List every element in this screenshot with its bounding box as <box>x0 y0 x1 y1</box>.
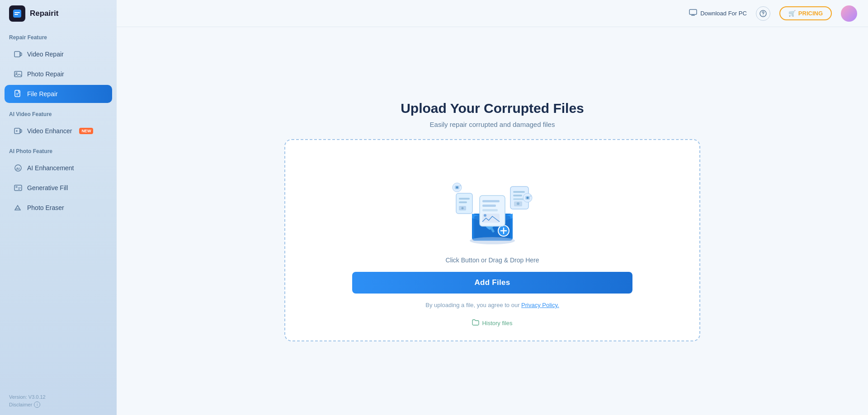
photo-repair-icon <box>14 70 23 79</box>
help-icon-button[interactable] <box>756 6 770 21</box>
svg-marker-4 <box>20 52 22 56</box>
new-badge: NEW <box>79 128 93 134</box>
repair-feature-section-label: Repair Feature <box>0 27 117 44</box>
sidebar-item-video-enhancer[interactable]: Video Enhancer NEW <box>5 122 112 140</box>
sidebar: Repairit Repair Feature Video Repair Pho… <box>0 0 117 415</box>
sidebar-logo[interactable]: Repairit <box>0 0 117 27</box>
ai-enhancement-icon: AI <box>14 163 23 173</box>
disclaimer-label: Disclaimer <box>9 402 32 407</box>
sidebar-label-generative-fill: Generative Fill <box>27 184 68 191</box>
pricing-cart-icon: 🛒 <box>788 10 796 17</box>
file-repair-icon <box>14 89 23 98</box>
svg-point-57 <box>527 196 529 199</box>
download-for-pc-button[interactable]: Download For PC <box>689 9 747 18</box>
photo-eraser-icon <box>14 203 23 212</box>
upload-illustration <box>447 158 538 248</box>
sidebar-footer: Version: V3.0.12 Disclaimer i <box>0 387 117 415</box>
svg-rect-47 <box>459 198 470 200</box>
sidebar-item-video-repair[interactable]: Video Repair <box>5 45 112 63</box>
upload-title: Upload Your Corrupted Files <box>401 101 584 116</box>
svg-rect-0 <box>13 9 21 18</box>
sidebar-label-photo-eraser: Photo Eraser <box>27 204 64 211</box>
svg-point-50 <box>462 207 464 209</box>
svg-rect-43 <box>513 198 524 200</box>
history-folder-icon <box>472 319 479 327</box>
video-enhancer-icon <box>14 126 23 135</box>
sidebar-label-video-repair: Video Repair <box>27 51 64 58</box>
svg-rect-3 <box>14 51 20 57</box>
generative-fill-icon <box>14 183 23 192</box>
history-files-label: History files <box>482 320 512 326</box>
upload-subtitle: Easily repair corrupted and damaged file… <box>430 121 555 128</box>
history-files-button[interactable]: History files <box>472 319 512 327</box>
svg-point-17 <box>16 187 17 188</box>
privacy-policy-link[interactable]: Privacy Policy. <box>521 302 559 308</box>
add-files-button[interactable]: Add Files <box>352 272 632 294</box>
svg-rect-2 <box>14 14 18 15</box>
svg-rect-5 <box>14 71 22 77</box>
main-content: Download For PC 🛒 PRICING Upload Your Co… <box>117 0 868 415</box>
pricing-button[interactable]: 🛒 PRICING <box>779 6 832 20</box>
upload-dropzone[interactable]: Click Button or Drag & Drop Here Add Fil… <box>284 139 700 341</box>
sidebar-label-video-enhancer: Video Enhancer <box>27 127 72 135</box>
svg-point-29 <box>470 237 515 244</box>
svg-rect-42 <box>513 195 522 196</box>
svg-rect-35 <box>482 200 500 202</box>
svg-marker-20 <box>15 205 20 210</box>
svg-point-39 <box>484 214 486 217</box>
sidebar-item-file-repair[interactable]: File Repair <box>5 85 112 103</box>
sidebar-item-photo-repair[interactable]: Photo Repair <box>5 65 112 83</box>
svg-rect-22 <box>689 9 697 14</box>
disclaimer-info-icon[interactable]: i <box>34 401 40 408</box>
svg-marker-11 <box>20 129 22 133</box>
svg-point-53 <box>456 186 458 188</box>
svg-rect-36 <box>482 205 496 207</box>
privacy-policy-text: By uploading a file, you agree to our Pr… <box>425 302 559 308</box>
monitor-icon <box>689 9 697 18</box>
svg-rect-48 <box>459 201 467 203</box>
sidebar-item-photo-eraser[interactable]: Photo Eraser <box>5 199 112 217</box>
svg-point-45 <box>517 202 519 205</box>
disclaimer-row[interactable]: Disclaimer i <box>9 401 108 408</box>
app-name: Repairit <box>30 9 58 18</box>
sidebar-label-ai-enhancement: AI Enhancement <box>27 164 74 172</box>
user-avatar[interactable] <box>841 5 857 22</box>
pricing-label: PRICING <box>798 10 823 17</box>
sidebar-item-generative-fill[interactable]: Generative Fill <box>5 179 112 197</box>
sidebar-label-photo-repair: Photo Repair <box>27 70 64 78</box>
svg-rect-41 <box>513 191 525 193</box>
privacy-pre-text: By uploading a file, you agree to our <box>425 302 521 308</box>
svg-rect-46 <box>456 193 472 214</box>
svg-point-26 <box>763 15 763 15</box>
sidebar-item-ai-enhancement[interactable]: AI AI Enhancement <box>5 159 112 177</box>
ai-photo-feature-section-label: AI Photo Feature <box>0 141 117 158</box>
svg-point-6 <box>16 73 17 74</box>
ai-video-feature-section-label: AI Video Feature <box>0 104 117 121</box>
svg-rect-1 <box>14 12 20 13</box>
svg-rect-37 <box>482 209 498 211</box>
upload-container: Upload Your Corrupted Files Easily repai… <box>117 27 868 415</box>
header: Download For PC 🛒 PRICING <box>117 0 868 27</box>
app-logo-icon <box>9 5 25 22</box>
version-label: Version: V3.0.12 <box>9 394 108 400</box>
video-repair-icon <box>14 50 23 59</box>
drag-drop-text: Click Button or Drag & Drop Here <box>446 256 539 264</box>
sidebar-label-file-repair: File Repair <box>27 90 58 98</box>
download-label: Download For PC <box>700 10 747 17</box>
svg-text:AI: AI <box>16 167 20 171</box>
